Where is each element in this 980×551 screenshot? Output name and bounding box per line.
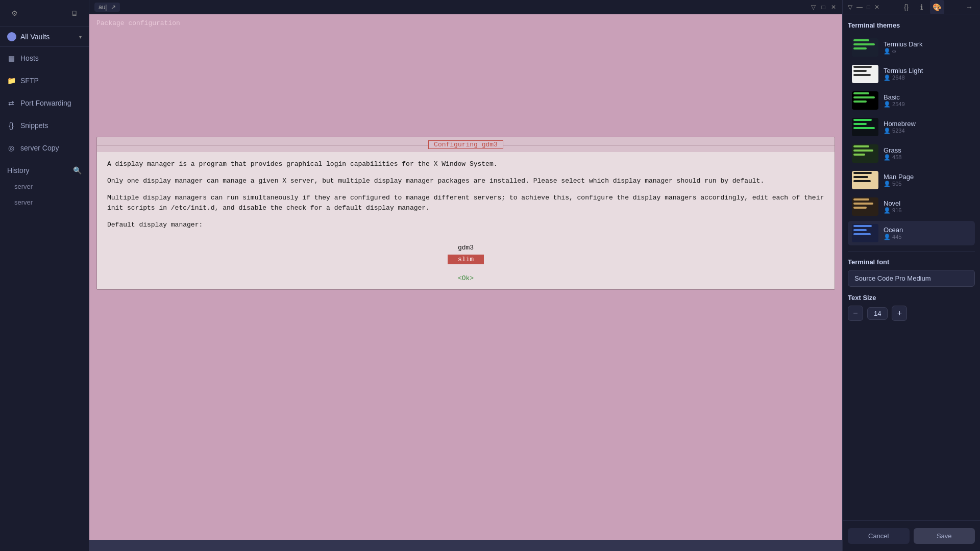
cancel-button[interactable]: Cancel [848,528,910,544]
theme-preview-ocean [852,224,878,242]
theme-name-homebrew: Homebrew [884,120,971,128]
history-item-2[interactable]: server [0,194,89,210]
theme-preview-grass [852,144,878,163]
terminal-body: Package configuration Configuring gdm3 A… [89,14,842,540]
option-gdm3[interactable]: gdm3 [448,243,484,253]
text-size-label: Text Size [848,294,975,302]
save-button[interactable]: Save [914,528,975,544]
dialog-line-1: A display manager is a program that prov… [107,159,824,170]
panel-restore[interactable]: □ [867,4,870,11]
dialog-title: Configuring gdm3 [428,140,503,149]
sidebar-item-label-server-copy: server Copy [20,144,59,152]
theme-item-ocean[interactable]: Ocean 👤 445 [848,221,975,245]
sidebar-item-label-port-forwarding: Port Forwarding [20,99,71,107]
tab-label: au| [99,4,107,11]
theme-item-termius-dark[interactable]: Termius Dark 👤 ∞ [848,35,975,60]
sidebar-top: ⚙ 🖥 [0,0,89,27]
server-copy-icon: ◎ [7,144,15,152]
text-size-decrease-button[interactable]: − [848,306,863,321]
theme-name-grass: Grass [884,146,971,154]
theme-info-homebrew: Homebrew 👤 5234 [884,120,971,134]
vault-selector[interactable]: All Vaults ▾ [0,27,89,47]
theme-name-man-page: Man Page [884,173,971,181]
tab-share-icon: ↗ [111,4,116,11]
theme-name-termius-dark: Termius Dark [884,40,971,48]
theme-preview-novel [852,197,878,216]
text-size-increase-button[interactable]: + [892,306,907,321]
dialog-overlay: Configuring gdm3 A display manager is a … [96,137,835,290]
theme-item-novel[interactable]: Novel 👤 916 [848,194,975,219]
option-slim[interactable]: slim [448,255,484,264]
dialog-title-bar: Configuring gdm3 [97,137,835,152]
theme-info-man-page: Man Page 👤 505 [884,173,971,187]
sidebar-item-label-hosts: Hosts [20,54,39,62]
maximize-button[interactable]: □ [820,4,827,11]
right-panel: ▽ — □ ✕ {} ℹ 🎨 → Terminal themes Termius… [842,0,980,551]
terminal-tabs: au| ↗ [94,3,120,12]
panel-forward-icon[interactable]: → [964,1,975,13]
panel-chevron-down[interactable]: ▽ [848,4,852,11]
sidebar-item-hosts[interactable]: ▦ Hosts [0,47,89,69]
theme-count-grass: 👤 458 [884,154,971,161]
theme-count-homebrew: 👤 5234 [884,128,971,134]
theme-count-ocean: 👤 445 [884,234,971,240]
dialog-line-3: Multiple display managers can run simult… [107,193,824,214]
theme-count-termius-light: 👤 2648 [884,74,971,81]
theme-item-grass[interactable]: Grass 👤 458 [848,141,975,166]
terminal-bottom-bar [89,540,842,551]
dialog-body: A display manager is a program that prov… [97,152,835,238]
sidebar-item-snippets[interactable]: {} Snippets [0,114,89,137]
minimize-button[interactable]: ▽ [810,4,817,11]
panel-code-icon[interactable]: {} [899,0,914,14]
panel-icon-row: {} ℹ 🎨 [899,0,944,14]
sidebar-nav: ▦ Hosts 📁 SFTP ⇄ Port Forwarding {} Snip… [0,47,89,551]
theme-item-homebrew[interactable]: Homebrew 👤 5234 [848,115,975,139]
theme-count-man-page: 👤 505 [884,181,971,187]
terminal-tab[interactable]: au| ↗ [94,3,120,12]
sidebar-item-port-forwarding[interactable]: ⇄ Port Forwarding [0,92,89,114]
theme-item-basic[interactable]: Basic 👤 2549 [848,88,975,113]
theme-info-grass: Grass 👤 458 [884,146,971,161]
text-size-control: − 14 + [848,306,975,321]
sftp-icon: 📁 [7,77,15,85]
dialog-options: gdm3 slim [97,238,835,269]
terminal-area: au| ↗ ▽ □ ✕ Package configuration Config… [89,0,842,551]
terminal-controls: ▽ □ ✕ [810,4,837,11]
right-panel-header: ▽ — □ ✕ {} ℹ 🎨 → [843,0,980,14]
theme-name-termius-light: Termius Light [884,67,971,74]
sidebar-item-sftp[interactable]: 📁 SFTP [0,69,89,92]
theme-name-ocean: Ocean [884,226,971,234]
panel-minimize[interactable]: — [856,4,863,11]
panel-brush-icon[interactable]: 🎨 [930,0,944,14]
theme-grid: Termius Dark 👤 ∞ Termius Light 👤 2648 [848,35,975,245]
sidebar-item-label-snippets: Snippets [20,121,48,130]
panel-info-icon[interactable]: ℹ [915,0,929,14]
dialog-default-label: Default display manager: [107,220,824,231]
history-header: History 🔍 [0,159,89,179]
panel-close[interactable]: ✕ [874,4,879,11]
settings-icon[interactable]: ⚙ [7,6,21,20]
theme-name-basic: Basic [884,93,971,101]
theme-item-termius-light[interactable]: Termius Light 👤 2648 [848,62,975,86]
port-forwarding-icon: ⇄ [7,99,15,107]
theme-count-termius-dark: 👤 ∞ [884,48,971,55]
panel-content: Terminal themes Termius Dark 👤 ∞ Termius… [843,14,980,520]
close-button[interactable]: ✕ [830,4,837,11]
display-icon[interactable]: 🖥 [67,6,82,20]
search-icon[interactable]: 🔍 [73,166,82,174]
themes-section-title: Terminal themes [848,21,975,29]
sidebar-item-server-copy[interactable]: ◎ server Copy [0,137,89,159]
theme-preview-termius-light [852,65,878,83]
theme-info-basic: Basic 👤 2549 [884,93,971,108]
text-size-value: 14 [867,307,888,320]
dialog-ok-section: <Ok> [97,269,835,289]
theme-item-man-page[interactable]: Man Page 👤 505 [848,168,975,192]
vault-icon [7,32,16,41]
theme-preview-termius-dark [852,38,878,57]
snippets-icon: {} [7,121,15,130]
history-item-1[interactable]: server [0,179,89,194]
theme-preview-man-page [852,171,878,189]
ok-button[interactable]: <Ok> [458,274,474,282]
font-selector[interactable]: Source Code Pro Medium [848,270,975,287]
theme-info-novel: Novel 👤 916 [884,199,971,214]
